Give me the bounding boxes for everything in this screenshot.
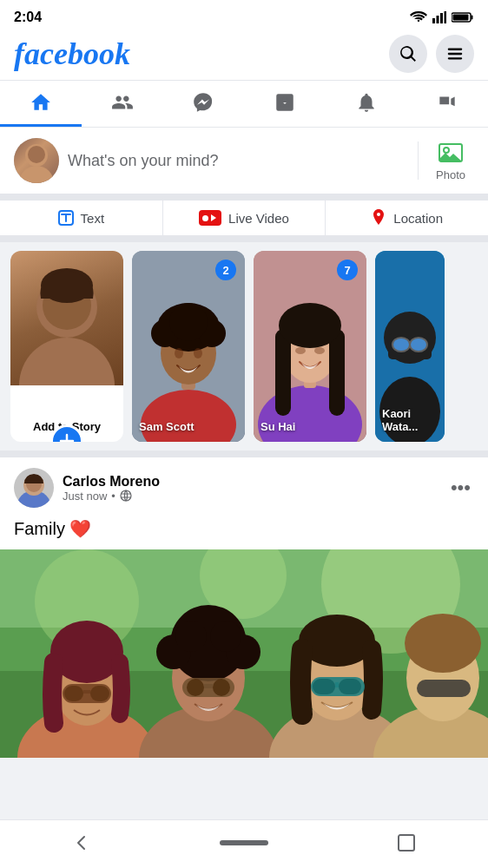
svg-rect-61	[64, 686, 83, 701]
live-video-label: Live Video	[228, 211, 289, 226]
svg-rect-62	[90, 686, 109, 701]
text-action-button[interactable]: Text	[0, 201, 163, 235]
status-bar: 2:04	[0, 0, 488, 31]
tab-marketplace[interactable]	[244, 81, 326, 127]
bottom-spacer	[0, 765, 488, 813]
bottom-nav	[0, 819, 488, 868]
location-label: Location	[393, 211, 443, 226]
post-more-button[interactable]: •••	[447, 473, 474, 503]
stories-section: Add to Story	[0, 242, 488, 457]
story-badge-sam: 2	[215, 260, 236, 280]
svg-rect-80	[339, 679, 361, 694]
live-video-action-button[interactable]: Live Video	[163, 201, 326, 235]
post-avatar	[14, 468, 54, 508]
marketplace-icon	[274, 91, 296, 114]
svg-point-37	[279, 303, 341, 348]
tab-messenger[interactable]	[162, 81, 244, 127]
svg-point-44	[392, 338, 410, 352]
status-time: 2:04	[14, 10, 42, 25]
svg-point-28	[175, 348, 183, 358]
friends-icon	[111, 91, 134, 114]
facebook-logo: facebook	[14, 36, 130, 72]
svg-rect-2	[440, 13, 443, 23]
header: facebook	[0, 31, 488, 81]
svg-point-15	[19, 338, 115, 385]
post-author-name: Carlos Moreno	[63, 474, 160, 490]
photo-label: Photo	[436, 168, 465, 181]
svg-rect-36	[329, 329, 345, 416]
plus-icon	[59, 433, 75, 442]
home-indicator[interactable]	[220, 840, 268, 845]
svg-point-84	[405, 614, 481, 673]
back-button[interactable]	[56, 825, 108, 860]
svg-rect-8	[448, 53, 463, 55]
location-icon	[371, 209, 386, 227]
story-card-kaori[interactable]: Kaori Wata...	[375, 251, 445, 442]
svg-rect-63	[83, 690, 90, 694]
svg-rect-5	[472, 16, 473, 20]
nav-tabs	[0, 81, 488, 128]
story-card-suhai[interactable]: 7 Su Hai	[254, 251, 366, 442]
menu-button[interactable]	[436, 35, 474, 73]
family-photo-svg	[0, 549, 488, 758]
back-icon	[71, 832, 92, 853]
video-icon	[436, 91, 458, 114]
user-avatar-svg	[14, 138, 59, 183]
tab-friends[interactable]	[82, 81, 163, 127]
svg-rect-79	[313, 679, 335, 694]
svg-rect-35	[275, 329, 291, 416]
svg-rect-85	[417, 680, 471, 697]
post-image	[0, 549, 488, 758]
composer-avatar	[14, 138, 59, 183]
svg-rect-9	[448, 57, 463, 59]
photo-video-icon	[438, 140, 464, 166]
svg-rect-1	[437, 16, 439, 23]
search-button[interactable]	[389, 35, 427, 73]
composer-photo-button[interactable]: Photo	[427, 140, 474, 181]
svg-point-45	[410, 338, 427, 352]
post-author-info: Carlos Moreno Just now •	[63, 474, 160, 503]
composer-divider	[418, 141, 419, 180]
post-meta-dot: •	[111, 490, 115, 503]
tab-notifications[interactable]	[326, 81, 407, 127]
bell-icon	[355, 91, 378, 114]
post-actions-bar: Text Live Video Location	[0, 201, 488, 242]
square-icon	[397, 833, 416, 852]
location-action-button[interactable]: Location	[326, 201, 488, 235]
battery-icon	[452, 11, 474, 23]
tab-home[interactable]	[0, 81, 82, 127]
square-button[interactable]	[380, 825, 432, 860]
home-icon	[30, 91, 52, 114]
story-badge-suhai: 7	[337, 260, 358, 280]
svg-point-39	[314, 347, 325, 354]
story-name-sam: Sam Scott	[139, 420, 238, 433]
globe-icon	[120, 490, 132, 502]
svg-rect-6	[453, 15, 469, 21]
menu-icon	[445, 44, 465, 63]
search-icon	[399, 44, 418, 63]
svg-rect-81	[335, 682, 339, 687]
svg-point-73	[213, 679, 230, 696]
post-text: Family ❤️	[0, 515, 488, 549]
live-icon	[199, 210, 221, 226]
story-card-sam[interactable]: 2 Sam Scott	[132, 251, 245, 442]
add-story-card[interactable]: Add to Story	[10, 251, 123, 442]
story-name-suhai: Su Hai	[260, 420, 359, 433]
svg-point-27	[169, 303, 208, 341]
svg-rect-86	[399, 835, 414, 851]
svg-point-69	[175, 621, 207, 652]
messenger-icon	[192, 91, 214, 114]
tab-video[interactable]	[406, 81, 488, 127]
composer-input[interactable]: What's on your mind?	[68, 152, 409, 170]
svg-point-12	[28, 146, 45, 163]
post-header: Carlos Moreno Just now • •••	[0, 457, 488, 515]
svg-rect-3	[445, 11, 447, 23]
text-label: Text	[81, 211, 105, 226]
signal-icon	[432, 11, 446, 23]
text-inner-icon	[61, 213, 71, 223]
story-name-kaori: Kaori Wata...	[382, 407, 438, 433]
svg-rect-7	[448, 49, 463, 50]
status-icons	[410, 11, 474, 23]
svg-rect-0	[432, 18, 435, 23]
wifi-icon	[410, 11, 427, 23]
